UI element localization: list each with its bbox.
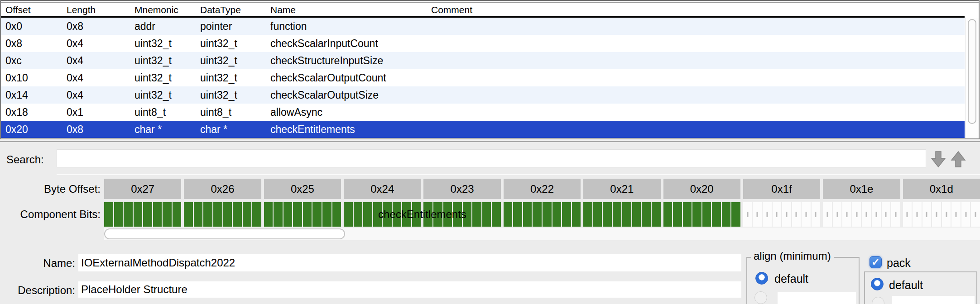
bit-cell[interactable] <box>492 202 501 227</box>
bit-cell[interactable] <box>332 202 341 227</box>
bit-cell[interactable] <box>252 202 261 227</box>
bit-cell[interactable] <box>753 202 762 227</box>
byte-offset-cell[interactable]: 0x22 <box>504 179 581 199</box>
bit-cell[interactable] <box>383 202 392 227</box>
bit-cell[interactable] <box>243 202 252 227</box>
bit-cell[interactable] <box>402 202 411 227</box>
bit-cell[interactable] <box>763 202 772 227</box>
byte-offset-cell[interactable]: 0x21 <box>583 179 660 199</box>
table-row[interactable]: 0x140x4uint32_tuint32_tcheckScalarOutput… <box>1 86 965 104</box>
bit-cell[interactable] <box>792 202 801 227</box>
search-input[interactable] <box>57 149 926 167</box>
bit-cell[interactable] <box>423 202 432 227</box>
bit-cell[interactable] <box>513 202 522 227</box>
bit-cell[interactable] <box>802 202 811 227</box>
bit-cell[interactable] <box>613 202 622 227</box>
vertical-scrollbar-thumb[interactable] <box>968 19 976 124</box>
byte-offset-cell[interactable]: 0x20 <box>663 179 740 199</box>
search-previous-icon[interactable] <box>950 150 966 168</box>
bit-cell[interactable] <box>104 202 113 227</box>
bit-cell[interactable] <box>344 202 353 227</box>
bit-cell[interactable] <box>184 202 193 227</box>
bit-cell[interactable] <box>443 202 452 227</box>
align-custom-value-field[interactable] <box>778 292 856 304</box>
name-field[interactable] <box>78 254 741 271</box>
bit-cell[interactable] <box>124 202 133 227</box>
bit-cell[interactable] <box>293 202 302 227</box>
description-field[interactable] <box>78 281 741 298</box>
bit-cell[interactable] <box>453 202 462 227</box>
byte-offset-cell[interactable]: 0x23 <box>423 179 500 199</box>
bit-cell[interactable] <box>673 202 682 227</box>
table-row[interactable]: 0x80x4uint32_tuint32_tcheckScalarInputCo… <box>1 35 965 52</box>
bit-cell[interactable] <box>842 202 851 227</box>
bits-horizontal-scrollbar[interactable] <box>104 228 980 240</box>
bit-cell[interactable] <box>463 202 472 227</box>
bit-cell[interactable] <box>932 202 941 227</box>
byte-offset-cell[interactable]: 0x25 <box>264 179 341 199</box>
bit-cell[interactable] <box>562 202 571 227</box>
bit-cell[interactable] <box>373 202 382 227</box>
bit-cell[interactable] <box>322 202 331 227</box>
byte-offset-cell[interactable]: 0x27 <box>104 179 181 199</box>
bit-cell[interactable] <box>922 202 932 227</box>
column-header-comment[interactable]: Comment <box>427 5 965 15</box>
bit-cell[interactable] <box>153 202 162 227</box>
bit-cell[interactable] <box>163 202 172 227</box>
bit-cell[interactable] <box>812 202 821 227</box>
bit-cell[interactable] <box>194 202 203 227</box>
bit-cell[interactable] <box>872 202 881 227</box>
bit-cell[interactable] <box>852 202 861 227</box>
bit-cell[interactable] <box>942 202 951 227</box>
table-row[interactable]: 0x180x1uint8_tuint8_tallowAsync <box>1 104 965 121</box>
bit-cell[interactable] <box>652 202 661 227</box>
bit-cell[interactable] <box>134 202 143 227</box>
bit-cell[interactable] <box>482 202 491 227</box>
bit-cell[interactable] <box>632 202 641 227</box>
bit-cell[interactable] <box>743 202 752 227</box>
bit-cell[interactable] <box>143 202 152 227</box>
bit-cell[interactable] <box>891 202 900 227</box>
bit-cell[interactable] <box>114 202 123 227</box>
bit-cell[interactable] <box>543 202 552 227</box>
bit-cell[interactable] <box>692 202 701 227</box>
bit-cell[interactable] <box>622 202 631 227</box>
horizontal-scrollbar-thumb[interactable] <box>104 228 345 239</box>
pack-custom-value-field[interactable] <box>892 296 975 304</box>
column-header-length[interactable]: Length <box>62 5 130 15</box>
bit-cell[interactable] <box>173 202 182 227</box>
table-row[interactable]: 0x00x8addrpointerfunction <box>1 18 965 35</box>
bit-cell[interactable] <box>283 202 293 227</box>
bit-cell[interactable] <box>961 202 970 227</box>
bit-cell[interactable] <box>971 202 980 227</box>
bit-cell[interactable] <box>593 202 602 227</box>
bit-cell[interactable] <box>583 202 592 227</box>
bit-cell[interactable] <box>702 202 711 227</box>
bit-cell[interactable] <box>663 202 673 227</box>
byte-offset-cell[interactable]: 0x1f <box>743 179 820 199</box>
bit-cell[interactable] <box>773 202 782 227</box>
bit-cell[interactable] <box>504 202 513 227</box>
bit-cell[interactable] <box>354 202 363 227</box>
bit-cell[interactable] <box>882 202 891 227</box>
bit-cell[interactable] <box>712 202 721 227</box>
bit-cell[interactable] <box>572 202 581 227</box>
byte-offset-cell[interactable]: 0x1d <box>903 179 980 199</box>
bit-cell[interactable] <box>393 202 402 227</box>
bit-cell[interactable] <box>213 202 222 227</box>
bit-cell[interactable] <box>903 202 912 227</box>
table-vertical-scrollbar[interactable] <box>966 18 979 138</box>
bit-cell[interactable] <box>533 202 542 227</box>
column-header-name[interactable]: Name <box>266 5 427 15</box>
pack-default-radio[interactable] <box>871 278 884 290</box>
column-header-mnemonic[interactable]: Mnemonic <box>130 5 196 15</box>
table-row[interactable]: 0x100x4uint32_tuint32_tcheckScalarOutput… <box>1 69 965 86</box>
table-row[interactable]: 0xc0x4uint32_tuint32_tcheckStructureInpu… <box>1 52 965 69</box>
bit-cell[interactable] <box>264 202 273 227</box>
bit-cell[interactable] <box>363 202 372 227</box>
bit-cell[interactable] <box>722 202 731 227</box>
bit-cell[interactable] <box>223 202 232 227</box>
bit-cell[interactable] <box>472 202 481 227</box>
bit-cell[interactable] <box>731 202 740 227</box>
bit-cell[interactable] <box>203 202 212 227</box>
